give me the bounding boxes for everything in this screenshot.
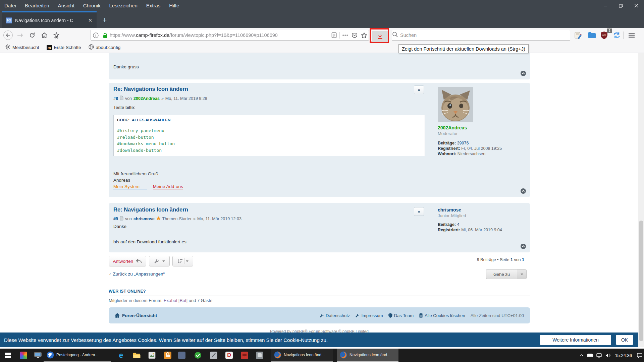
gray-tool-app-icon[interactable] [256, 351, 264, 359]
profile-rank: Junior-Mitglied [438, 213, 466, 218]
scroll-top-icon[interactable] [521, 244, 526, 250]
taskbar-thunderbird-button[interactable]: Posteingang - Andrea... [44, 349, 111, 362]
home-icon[interactable] [39, 30, 50, 41]
das-team-link[interactable]: Das Team [388, 313, 414, 318]
photos-app-icon[interactable] [148, 351, 156, 359]
profile-name[interactable]: 2002Andreas [438, 125, 467, 130]
tab-navigations-icon-aendern[interactable]: Fx Navigations Icon ändern - C ✕ [2, 11, 97, 28]
mein-system-link[interactable]: Mein System [113, 184, 147, 189]
profile-name[interactable]: chrismose [438, 207, 461, 213]
downloads-button[interactable] [372, 31, 388, 42]
explorer-folder-icon[interactable] [132, 351, 141, 359]
page-actions-icon[interactable] [340, 35, 350, 36]
red-monitor-app-icon[interactable] [240, 351, 249, 359]
tab-close-icon[interactable]: ✕ [87, 17, 94, 24]
bookmark-erste-schritte[interactable]: m Erste Schritte [44, 44, 84, 52]
search-bar[interactable]: Suchen [392, 30, 570, 41]
start-button[interactable] [0, 349, 15, 362]
reader-mode-icon[interactable] [329, 32, 339, 38]
minimize-button[interactable] [598, 0, 613, 11]
paint-app-icon[interactable] [19, 351, 28, 359]
back-icon[interactable] [3, 30, 13, 41]
cookie-ok-button[interactable]: OK [616, 335, 633, 345]
menu-datei[interactable]: Datei [0, 0, 20, 11]
pocket-icon[interactable] [350, 32, 359, 38]
antivirus-check-icon[interactable] [194, 351, 202, 359]
reload-icon[interactable] [27, 30, 38, 41]
taskbar-firefox-button-1[interactable]: Navigations Icon änd... [271, 349, 333, 362]
profile-label: Beiträge: [438, 222, 456, 227]
scrollbar-thumb[interactable] [639, 221, 643, 341]
code-select-all-link[interactable]: ALLES AUSWÄHLEN [132, 118, 170, 122]
menu-lesezeichen[interactable]: Lesezeichen [105, 0, 142, 11]
scroll-top-icon[interactable] [521, 71, 526, 77]
taskbar-firefox-button-2[interactable]: Navigations Icon änd... [337, 349, 398, 362]
post-number[interactable]: #8 [113, 96, 118, 101]
bookmark-star-icon[interactable] [359, 32, 369, 39]
menu-extras[interactable]: Extras [142, 0, 165, 11]
code-content[interactable]: #history-panelmenu #reload-button #bookm… [114, 125, 425, 156]
gehe-zu-button[interactable]: Gehe zu [486, 269, 527, 279]
beitraege-count-link[interactable]: 4 [457, 222, 460, 227]
url-bar[interactable]: https://www.camp-firefox.de/forum/viewto… [91, 30, 369, 41]
https-lock-icon[interactable] [100, 33, 110, 38]
quote-button[interactable] [414, 207, 424, 216]
cookies-loeschen-link[interactable]: Alle Cookies löschen [419, 313, 465, 318]
search-icon [392, 32, 398, 39]
back-to-forum-link[interactable]: ‹Zurück zu „Anpassungen“ [109, 272, 165, 277]
foren-uebersicht-link[interactable]: Foren-Übersicht [115, 313, 157, 318]
orange-app-icon[interactable] [164, 351, 172, 359]
gehe-zu-dropdown-icon[interactable] [517, 269, 526, 279]
bot-link[interactable]: Exabot [Bot] [164, 298, 187, 303]
speaker-icon[interactable] [603, 353, 612, 358]
post-number[interactable]: #9 [113, 217, 118, 221]
action-center-icon[interactable] [635, 353, 644, 358]
wrench-icon [355, 313, 360, 318]
datenschutz-link[interactable]: Datenschutz [320, 313, 350, 318]
post-body-line: Leider sprechen sie auf diese Namen nich… [113, 53, 206, 53]
sort-options-button[interactable] [172, 256, 193, 266]
close-window-button[interactable] [629, 0, 644, 11]
dvbviewer-icon[interactable]: D [225, 351, 233, 359]
post-title[interactable]: Re: Navigations Icon ändern [113, 206, 188, 213]
battery-icon[interactable] [586, 354, 595, 357]
hamburger-menu-icon[interactable] [626, 30, 637, 41]
edge-icon[interactable]: e [117, 351, 125, 359]
meine-addons-link[interactable]: Meine Add-ons [153, 184, 183, 189]
gray-app-icon[interactable] [210, 351, 218, 359]
post-author-sidebar: 2002Andreas Moderator Beiträge: 39976 Re… [434, 86, 530, 194]
forward-icon[interactable] [15, 30, 25, 41]
bookmark-about-config[interactable]: about:config [86, 44, 123, 52]
beitraege-count-link[interactable]: 39976 [457, 141, 469, 145]
menu-bearbeiten[interactable]: Bearbeiten [20, 0, 54, 11]
menu-hilfe[interactable]: Hilfe [165, 0, 183, 11]
url-text: https://www.camp-firefox.de/forum/viewto… [110, 33, 329, 38]
post-title[interactable]: Re: Navigations Icon ändern [113, 86, 188, 92]
post-author-link[interactable]: 2002Andreas [133, 96, 160, 101]
ublock-shield-icon[interactable]: uO 1 [598, 30, 610, 41]
page-scrollbar[interactable] [638, 53, 644, 347]
scroll-top-icon[interactable] [521, 188, 526, 195]
restore-button[interactable] [613, 0, 629, 11]
library-icon[interactable] [51, 30, 62, 41]
new-tab-button[interactable]: + [99, 15, 110, 25]
post-author-link[interactable]: chrismose [133, 217, 155, 221]
impressum-link[interactable]: Impressum [355, 313, 383, 318]
monitor-app-icon[interactable] [34, 351, 42, 359]
weitere-informationen-button[interactable]: Weitere Informationen [540, 335, 611, 345]
taskbar-clock[interactable]: 15:24:36 [615, 353, 632, 358]
slate-app-icon[interactable] [178, 351, 186, 359]
notes-icon[interactable] [572, 30, 584, 41]
folder-icon[interactable] [586, 30, 598, 41]
tray-expand-icon[interactable] [577, 354, 586, 357]
quote-button[interactable] [414, 85, 424, 94]
menu-chronik[interactable]: Chronik [79, 0, 105, 11]
avatar[interactable] [438, 87, 473, 122]
page-info-icon[interactable] [91, 33, 100, 38]
bookmark-meistbesucht[interactable]: Meistbesucht [3, 44, 42, 52]
network-icon[interactable] [595, 353, 603, 358]
sync-icon[interactable] [611, 30, 623, 41]
menu-ansicht[interactable]: Ansicht [54, 0, 79, 11]
topic-tools-button[interactable] [149, 256, 170, 266]
antworten-button[interactable]: Antworten [109, 256, 146, 266]
